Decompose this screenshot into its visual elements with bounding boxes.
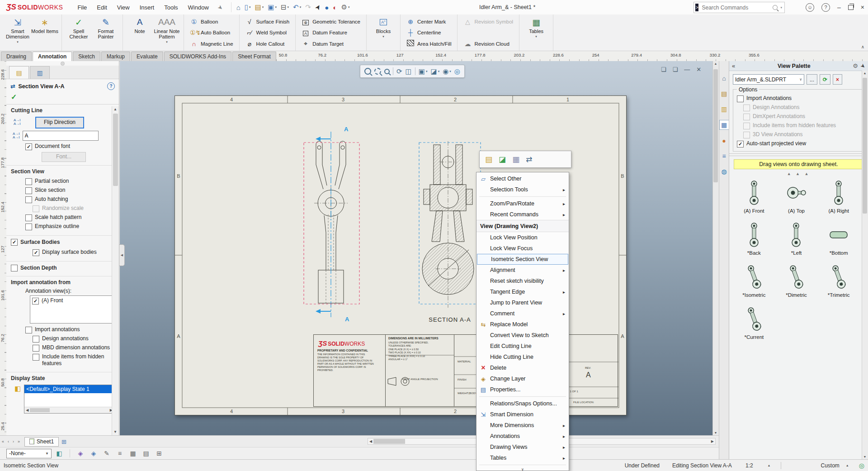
file-properties-button[interactable]: ◐ [331,3,338,12]
view-thumbnail-dimetric[interactable]: *Dimetric [776,263,817,298]
dropdown-caret-icon[interactable]: ▾ [166,40,168,44]
section-view-header[interactable]: Section View ∧ [6,166,119,176]
menu-insert[interactable]: Insert [135,2,159,13]
collapse-pane-icon[interactable]: « [732,62,735,69]
thumbnail-image[interactable] [748,179,760,207]
menu-item-zoom-pan-rotate[interactable]: Zoom/Pan/Rotate▸ [476,198,569,209]
menu-view[interactable]: View [113,2,134,13]
zoom-fit-icon[interactable] [364,68,371,75]
menu-item-delete[interactable]: ×Delete [476,362,569,373]
scrollbar-thumb[interactable] [113,114,118,186]
tab-annotation[interactable]: Annotation [33,52,72,61]
tab-drawing[interactable]: Drawing [1,52,32,61]
thumbnail-image[interactable] [829,221,848,249]
menu-item-select-other[interactable]: ▱Select Other [476,173,569,184]
thumbnail-image[interactable] [833,263,844,291]
geometric-tolerance-button[interactable]: ⊕Geometric Tolerance [300,17,362,26]
view-thumbnail-left[interactable]: *Left [776,221,817,256]
help-icon[interactable]: ? [107,82,115,90]
line-color-icon[interactable]: ◈ [88,449,99,458]
menu-item-tangent-edge[interactable]: Tangent Edge▸ [476,286,569,297]
checkbox-partial-section[interactable]: Partial section [6,178,119,185]
view-thumbnail-bottom[interactable]: *Bottom [818,221,859,256]
flip-direction-button[interactable]: Flip Direction [35,117,84,128]
menu-item-jump-to-parent-view[interactable]: Jump to Parent View [476,297,569,308]
view-thumbnail-a-top[interactable]: (A) Top [776,179,817,214]
scroll-up-icon[interactable]: ▲ [713,62,718,65]
surface-bodies-checkbox[interactable] [11,239,18,246]
checkbox-a-front[interactable]: (A) Front [32,297,112,304]
tab-sheet-format[interactable]: Sheet Format [232,52,276,61]
checkbox-document-font[interactable]: Document font [6,143,119,150]
restore-window-icon[interactable]: ❏ [661,66,666,73]
menu-item-change-layer[interactable]: ◈Change Layer [476,373,569,384]
menu-tools[interactable]: Tools [160,2,182,13]
units-dropdown-icon[interactable]: ▲ [846,464,849,467]
menu-item-replace-model[interactable]: ⇆Replace Model [476,319,569,330]
view-thumbnail-trimetric[interactable]: *Trimetric [818,263,859,298]
tab-sketch[interactable]: Sketch [73,52,100,61]
scale-dropdown-icon[interactable]: ▲ [768,464,771,467]
checkbox-auto-hatching[interactable]: Auto hatching [6,196,119,203]
menu-item-relations-snaps-options[interactable]: Relations/Snaps Options... [476,398,569,409]
panel-grip[interactable] [6,61,119,66]
status-globe-icon[interactable]: ◎ [859,462,864,469]
tile-window-icon[interactable]: ❏ [673,66,678,73]
checkbox-box[interactable] [25,224,32,230]
menu-item-alignment[interactable]: Alignment▸ [476,265,569,276]
layer-properties-icon[interactable]: ◈ [75,449,86,458]
hole-callout-button[interactable]: ⌀Hole Callout [244,39,292,48]
thumbnail-image[interactable] [786,179,807,207]
view-orientation-icon[interactable]: ▣▾ [419,67,428,76]
menu-item-lock-view-position[interactable]: Lock View Position [476,232,569,243]
panel-scrollbar[interactable]: ▲ ▼ [112,106,119,435]
checkbox-box[interactable] [25,187,32,194]
datum-target-button[interactable]: ⌖Datum Target [300,39,362,48]
datum-feature-button[interactable]: ADatum Feature [300,28,362,38]
close-window-icon[interactable]: ✕ [696,66,701,73]
checkbox-box[interactable] [33,336,39,343]
search-dropdown-icon[interactable]: ▾ [780,6,782,10]
view-thumbnail-isometric[interactable]: *Isometric [734,263,774,298]
menu-item-annotations[interactable]: Annotations▸ [476,431,569,442]
first-sheet-icon[interactable]: « [0,439,6,444]
magnetic-line-button[interactable]: ∩Magnetic Line [188,39,235,48]
cutting-line-label-input[interactable] [23,131,99,141]
section-depth-checkbox[interactable] [11,265,18,271]
font-button[interactable]: Font... [42,152,86,162]
file-explorer-icon[interactable]: ▥ [720,105,729,114]
thumbnail-image[interactable] [748,305,760,333]
scrollbar-thumb[interactable] [30,408,50,412]
spell-checker-button[interactable]: ✓Spell Checker [65,15,92,50]
checkbox-design-annotations[interactable]: Design annotations [6,335,119,343]
next-sheet-icon[interactable]: › [11,439,16,444]
home-icon[interactable]: ⌂ [720,74,729,83]
checkbox-emphasize-outline[interactable]: Emphasize outline [6,223,119,230]
line-style-icon[interactable]: ≡ [114,449,125,458]
model-items-button[interactable]: ∗Model Items [31,15,58,50]
view-thumbnail-a-front[interactable]: (A) Front [734,179,774,214]
graphics-area[interactable]: A A SECTION A-A ƷS SOLID WORKS PROPRIETA… [120,61,719,435]
task-pane-scrollbar[interactable]: ▲ ▼ [862,71,868,459]
dropdown-caret-icon[interactable]: ▾ [17,40,19,44]
status-scale[interactable]: 1:2 [745,462,753,469]
tab-configuration-manager[interactable]: ▥ [30,66,50,79]
balloon-button[interactable]: ①Balloon [188,17,235,26]
annotation-views-list[interactable]: (A) Front [30,295,114,324]
view-thumbnail-a-right[interactable]: (A) Right [818,179,859,214]
sheet-tab[interactable]: Sheet1 [24,437,59,447]
display-state-list[interactable]: <Default>_Display State 1 ◀ ▶ [24,385,114,414]
last-sheet-icon[interactable]: » [16,439,22,444]
previous-view-icon[interactable]: ⟳ [396,67,402,76]
checkbox-box[interactable] [33,345,39,352]
tab-property-manager[interactable]: ▤ [9,66,29,79]
view-thumbnail-current[interactable]: *Current [734,305,774,340]
rebuild-button[interactable]: ● [323,3,330,12]
checkbox-box[interactable] [737,95,744,102]
hide-show-items-icon[interactable]: ◉▾ [443,67,451,76]
display-style-icon[interactable]: ◪▾ [430,67,439,76]
gear-icon[interactable]: ⚙ [853,62,858,69]
section-depth-header[interactable]: Section Depth ∨ [6,262,119,273]
revision-cloud-button[interactable]: ☁Revision Cloud [462,39,515,48]
print-button[interactable]: ⊟▾ [279,2,290,12]
